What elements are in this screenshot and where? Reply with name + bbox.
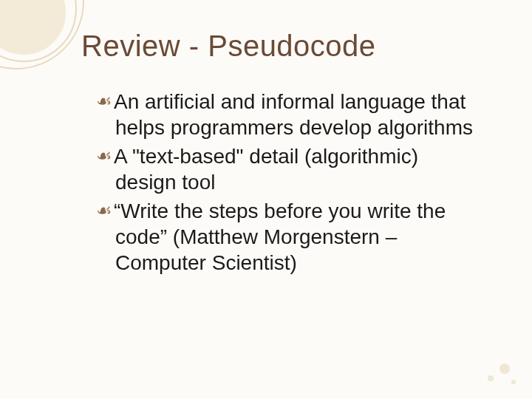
decor-dot xyxy=(488,375,494,381)
slide: Review - Pseudocode ☙An artificial and i… xyxy=(0,0,532,399)
list-item-text: A "text-based" detail (algorithmic) desi… xyxy=(114,145,418,194)
slide-body: ☙An artificial and informal language tha… xyxy=(96,89,480,279)
list-item: ☙A "text-based" detail (algorithmic) des… xyxy=(96,143,480,195)
list-item: ☙An artificial and informal language tha… xyxy=(96,89,480,140)
list-item: ☙“Write the steps before you write the c… xyxy=(96,198,480,276)
list-item-text: “Write the steps before you write the co… xyxy=(114,200,446,274)
decor-dot xyxy=(511,380,516,384)
bullet-icon: ☙ xyxy=(96,92,114,111)
bullet-icon: ☙ xyxy=(96,201,114,220)
slide-title: Review - Pseudocode xyxy=(81,30,376,63)
bullet-icon: ☙ xyxy=(96,146,114,166)
decor-dot xyxy=(499,364,510,374)
list-item-text: An artificial and informal language that… xyxy=(114,90,473,139)
